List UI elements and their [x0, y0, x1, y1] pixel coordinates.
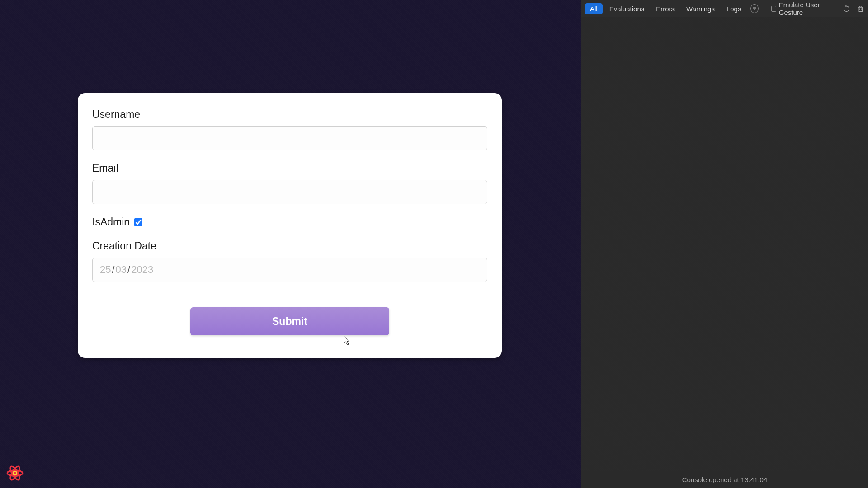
console-output-area[interactable]: [581, 17, 868, 471]
date-month: 03: [116, 264, 127, 276]
creation-date-label: Creation Date: [92, 240, 487, 252]
username-group: Username: [92, 108, 487, 150]
trash-icon[interactable]: [857, 4, 864, 13]
creation-date-group: Creation Date 25 / 03 / 2023: [92, 240, 487, 282]
emulate-user-gesture-group: Emulate User Gesture: [771, 1, 835, 16]
filter-tab-all[interactable]: All: [585, 3, 603, 14]
devtools-console-panel: All Evaluations Errors Warnings Logs Emu…: [581, 0, 868, 488]
devtools-filter-bar: All Evaluations Errors Warnings Logs Emu…: [581, 0, 868, 17]
date-year: 2023: [131, 264, 153, 276]
emulate-user-gesture-label: Emulate User Gesture: [779, 1, 835, 16]
form-card: Username Email IsAdmin Creation Date 25 …: [78, 93, 502, 358]
submit-row: Submit: [92, 307, 487, 335]
date-day: 25: [100, 264, 111, 276]
isadmin-label: IsAdmin: [92, 216, 130, 228]
isadmin-group: IsAdmin: [92, 216, 487, 228]
main-content-area: Username Email IsAdmin Creation Date 25 …: [0, 0, 581, 488]
filter-tab-evaluations[interactable]: Evaluations: [604, 3, 650, 14]
username-label: Username: [92, 108, 487, 121]
email-group: Email: [92, 162, 487, 204]
emulate-user-gesture-checkbox[interactable]: [771, 6, 776, 12]
filter-tab-warnings[interactable]: Warnings: [681, 3, 720, 14]
email-input[interactable]: [92, 180, 487, 204]
svg-point-4: [14, 472, 16, 474]
date-separator: /: [112, 264, 114, 276]
creation-date-input[interactable]: 25 / 03 / 2023: [92, 258, 487, 282]
settings-icon[interactable]: [750, 4, 758, 13]
isadmin-checkbox[interactable]: [134, 218, 142, 226]
filter-tab-errors[interactable]: Errors: [651, 3, 679, 14]
console-footer-status: Console opened at 13:41:04: [581, 471, 868, 488]
username-input[interactable]: [92, 126, 487, 150]
filter-tab-logs[interactable]: Logs: [722, 3, 746, 14]
react-query-devtools-icon[interactable]: [5, 464, 24, 483]
date-separator: /: [127, 264, 130, 276]
submit-button[interactable]: Submit: [190, 307, 389, 335]
email-label: Email: [92, 162, 487, 174]
reload-icon[interactable]: [843, 4, 850, 13]
